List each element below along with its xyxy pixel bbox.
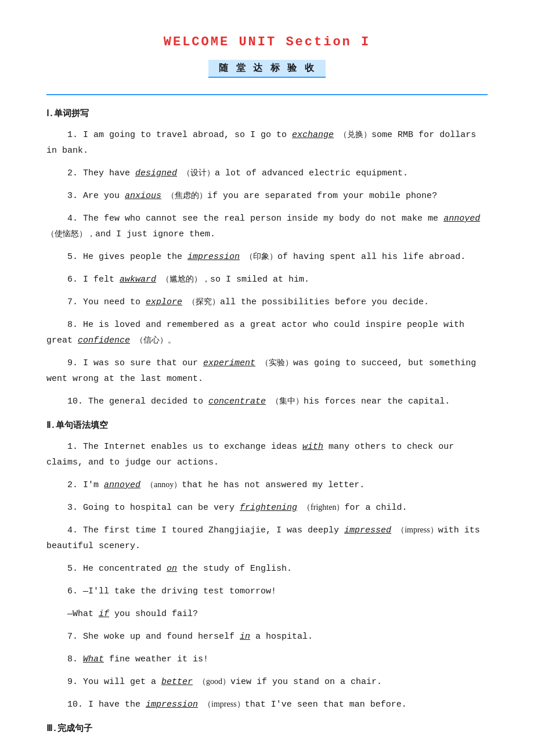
table-row: 2. They have designed （设计）a lot of advan… (46, 165, 488, 181)
chinese-label: （兑换） (339, 130, 371, 139)
section-grammar: Ⅱ.单句语法填空 1. The Internet enables us to e… (46, 420, 488, 712)
answer-word: if (99, 609, 109, 619)
answer-word: exchange (292, 130, 334, 140)
answer-word: concentrate (208, 397, 266, 406)
table-row: 5. He gives people the impression （印象）of… (46, 249, 488, 265)
table-row: 1. I am going to travel abroad, so I go … (46, 127, 488, 159)
chinese-label: （frighten） (302, 503, 344, 512)
chinese-label: （impress） (396, 525, 438, 534)
table-row: 5. He concentrated on the study of Engli… (46, 561, 488, 577)
page-title: WELCOME UNIT Section I (46, 35, 488, 49)
section-banner-wrapper: 随 堂 达 标 验 收 (46, 60, 488, 78)
section3-heading: Ⅲ.完成句子 (46, 723, 488, 734)
answer-word: with (302, 442, 323, 452)
answer-word: confidence (78, 336, 130, 345)
chinese-label: （impress） (203, 700, 245, 708)
answer-word: impression (146, 700, 198, 710)
chinese-label: （annoy） (146, 480, 182, 489)
answer-word: What (83, 654, 104, 664)
table-row: 4. The few who cannot see the real perso… (46, 211, 488, 242)
table-row: 3. Going to hospital can be very frighte… (46, 500, 488, 516)
answer-word: experiment (203, 358, 255, 368)
answer-word: awkward (120, 275, 156, 285)
answer-word: frightening (240, 503, 297, 513)
table-row: 6. —I'll take the driving test tomorrow! (46, 584, 488, 599)
table-row: 8. He is loved and remembered as a great… (46, 317, 488, 348)
chinese-label: （使恼怒）， (46, 229, 95, 238)
table-row: 8. What fine weather it is! (46, 651, 488, 667)
divider-line (46, 94, 488, 95)
table-row: 3. Are you anxious （焦虑的）if you are separ… (46, 188, 488, 204)
answer-word: annoyed (104, 480, 140, 490)
section1-heading: Ⅰ.单词拼写 (46, 108, 488, 119)
table-row: 4. The first time I toured Zhangjiajie, … (46, 523, 488, 554)
chinese-label: （印象） (245, 252, 277, 261)
chinese-label: （实验） (261, 358, 293, 367)
table-row: 10. I have the impression （impress）that … (46, 697, 488, 712)
section-complete: Ⅲ.完成句子 (46, 723, 488, 734)
answer-word: better (161, 677, 193, 687)
section-banner: 随 堂 达 标 验 收 (208, 60, 326, 78)
answer-word: impressed (344, 525, 391, 535)
chinese-label: （信心）。 (135, 336, 176, 344)
table-row: 2. I'm annoyed （annoy）that he has not an… (46, 477, 488, 493)
answer-word: in (240, 632, 250, 642)
table-row: 7. She woke up and found herself in a ho… (46, 629, 488, 645)
table-row: 10. The general decided to concentrate （… (46, 394, 488, 409)
table-row: —What if you should fail? (46, 606, 488, 622)
answer-word: designed (135, 168, 177, 178)
table-row: 9. You will get a better （good）view if y… (46, 674, 488, 690)
page-wrapper: WELCOME UNIT Section I 随 堂 达 标 验 收 Ⅰ.单词拼… (46, 35, 488, 734)
answer-word: on (167, 564, 177, 574)
chinese-label: （集中） (271, 397, 304, 405)
chinese-label: （尴尬的）， (161, 275, 210, 283)
chinese-label: （设计） (182, 168, 215, 177)
answer-word: impression (187, 252, 240, 262)
chinese-label: （探究） (187, 297, 220, 306)
answer-word: annoyed (443, 214, 480, 224)
table-row: 7. You need to explore （探究）all the possi… (46, 294, 488, 310)
chinese-label: （焦虑的） (167, 191, 207, 200)
table-row: 9. I was so sure that our experiment （实验… (46, 355, 488, 387)
table-row: 6. I felt awkward （尴尬的），so I smiled at h… (46, 272, 488, 287)
section2-heading: Ⅱ.单句语法填空 (46, 420, 488, 431)
chinese-label: （good） (198, 677, 230, 686)
table-row: 1. The Internet enables us to exchange i… (46, 439, 488, 470)
answer-word: anxious (125, 191, 161, 201)
section-spelling: Ⅰ.单词拼写 1. I am going to travel abroad, s… (46, 108, 488, 409)
answer-word: explore (146, 297, 182, 307)
